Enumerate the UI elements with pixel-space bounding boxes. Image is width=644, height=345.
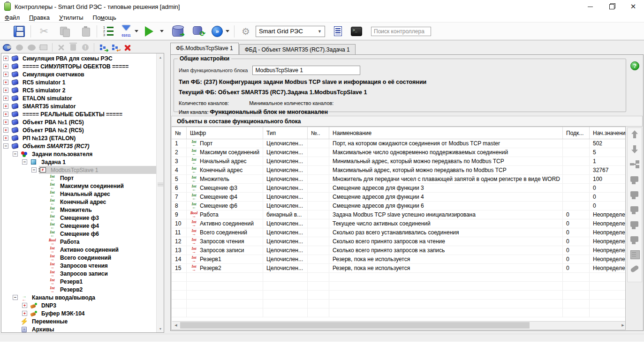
table-row[interactable]: 15Int→Резерв2Целочислен...Резерв, пока н… xyxy=(172,264,625,273)
tree-item[interactable]: −Задача 1 xyxy=(1,158,156,166)
tree-item[interactable]: Int→Резерв2 xyxy=(1,285,156,293)
tree-item[interactable]: +РП №123 (ETALON) xyxy=(1,134,156,142)
tab-0[interactable]: ФБ.ModbusTcpSlave 1 xyxy=(170,43,239,54)
tree-item-body[interactable]: RC5 simulator 1 xyxy=(11,78,156,86)
expand-icon[interactable]: + xyxy=(3,104,8,109)
tree-item-body[interactable]: Int→Всего соединений xyxy=(48,254,156,262)
tree-item[interactable]: Int←Конечный адрес xyxy=(1,198,156,206)
tree-item-body[interactable]: Int←Начальный адрес xyxy=(48,190,156,198)
chip-button[interactable] xyxy=(38,42,49,52)
expand-icon[interactable]: + xyxy=(22,311,27,316)
tree-item-body[interactable]: Симуляция РВА для схемы РЭС xyxy=(11,54,156,62)
save-button[interactable] xyxy=(12,24,26,38)
unbind-object-icon[interactable] xyxy=(630,190,639,199)
tree-item[interactable]: +Объект РВА №2 (RC5) xyxy=(1,126,156,134)
tree-item[interactable]: Int←Порт xyxy=(1,174,156,182)
collapse-icon[interactable]: − xyxy=(13,151,18,157)
tree-item-body[interactable]: Объект РВА №2 (RC5) xyxy=(11,126,156,134)
tree-item[interactable]: Int←Максимум соединений xyxy=(1,182,156,190)
connect-button[interactable] xyxy=(2,42,12,52)
expand-icon[interactable]: + xyxy=(3,80,8,85)
tree-item-body[interactable]: RC5 simulator 2 xyxy=(11,86,156,94)
tree-item[interactable]: Int←Смещение ф6 xyxy=(1,230,156,238)
report-button[interactable] xyxy=(331,24,345,38)
collapse-icon[interactable]: − xyxy=(22,159,27,165)
tree-item[interactable]: Int←Начальный адрес xyxy=(1,190,156,198)
tree-item-body[interactable]: DNP3 xyxy=(30,301,156,309)
panel-splitter[interactable] xyxy=(165,40,169,334)
expand-icon[interactable]: + xyxy=(3,112,8,117)
tab-1[interactable]: ФБД - Объект SMART35 (RC7).Задача 1 xyxy=(239,44,356,54)
object-box-b-icon[interactable] xyxy=(630,220,639,229)
expand-icon[interactable]: + xyxy=(3,64,8,69)
table-row[interactable]: 5Int←МножительЦелочислен...Множитель для… xyxy=(172,175,625,184)
branch-connect-icon[interactable] xyxy=(630,160,639,169)
column-header-7[interactable]: Нач.значени xyxy=(590,127,625,139)
tree-item[interactable]: Int→Активно соединений xyxy=(1,246,156,254)
table-row[interactable]: 1Int←ПортЦелочислен...Порт, на котором о… xyxy=(172,139,625,148)
expand-icon[interactable]: + xyxy=(3,72,8,77)
tree-item[interactable]: −FModbusTcpSlave 1 xyxy=(1,166,156,174)
move-up-icon[interactable] xyxy=(630,130,639,139)
fb-name-input[interactable] xyxy=(252,66,360,75)
table-row[interactable]: 11Int→Всего соединенийЦелочислен...Сколь… xyxy=(172,228,625,237)
tree-item[interactable]: −Объект SMART35 (RC7) xyxy=(1,142,156,150)
tree-item-body[interactable]: Объект РВА №1 (RC5) xyxy=(11,118,156,126)
tree-item-body[interactable]: Симуляция счетчиков xyxy=(11,70,156,78)
delete-link-button[interactable] xyxy=(56,42,66,52)
tree-item-body[interactable]: Задача 1 xyxy=(30,158,156,166)
tree-item-body[interactable]: →←Каналы ввода/вывода xyxy=(20,293,156,301)
search-input[interactable] xyxy=(371,27,431,36)
tree-item[interactable]: +ETALON simulator xyxy=(1,94,156,102)
collapse-icon[interactable]: − xyxy=(13,295,18,300)
tree-item[interactable]: ⚡Переменные xyxy=(1,317,156,325)
expand-icon[interactable]: + xyxy=(3,56,8,61)
tree-item[interactable]: +Объект РВА №1 (RC5) xyxy=(1,118,156,126)
tree-item-body[interactable]: SMART35 simulator xyxy=(11,102,156,110)
column-header-6[interactable]: Подк... xyxy=(563,127,590,139)
object-b-button[interactable] xyxy=(26,42,37,52)
menu-item-Правка[interactable]: Правка xyxy=(24,13,54,22)
minimize-button[interactable] xyxy=(579,0,601,13)
settings-button[interactable]: ⚙ xyxy=(239,24,253,38)
table-row[interactable]: 3Int←Начальный адресЦелочислен...Минимал… xyxy=(172,157,625,166)
expand-icon[interactable]: + xyxy=(3,96,8,101)
tree-item[interactable]: +===== РЕАЛЬНЫЕ ОБЪЕКТЫ ===== xyxy=(1,110,156,118)
table-row[interactable]: 9Bool→Работабинарный в...Задача Modbus T… xyxy=(172,210,625,219)
column-header-4[interactable]: №.. xyxy=(308,127,329,139)
tree-item[interactable]: +RC5 simulator 1 xyxy=(1,78,156,86)
load-binary-button[interactable]: 01011 xyxy=(119,24,133,38)
sync-db-button[interactable]: ⟳ xyxy=(191,24,205,38)
paste-button[interactable] xyxy=(78,24,92,38)
tree-item-body[interactable]: Int←Порт xyxy=(48,174,156,182)
tree-item[interactable]: Int→Резерв1 xyxy=(1,278,156,285)
tree-item-body[interactable]: ⚡Переменные xyxy=(20,317,156,325)
tree-item-body[interactable]: Int←Смещение ф4 xyxy=(48,222,156,230)
tree-item[interactable]: +Буфер МЭК-104 xyxy=(1,309,156,317)
tree-item[interactable]: +DNP3 xyxy=(1,301,156,309)
table-row[interactable]: 7Int←Смещение ф4Целочислен...Смещение ад… xyxy=(172,193,625,202)
tree-item-body[interactable]: ===== РЕАЛЬНЫЕ ОБЪЕКТЫ ===== xyxy=(11,110,156,118)
marker-icon[interactable] xyxy=(630,265,639,274)
tree-item-body[interactable]: Int←Смещение ф6 xyxy=(48,230,156,238)
object-box-a-icon[interactable] xyxy=(630,205,639,214)
tree-item-body[interactable]: Int←Максимум соединений xyxy=(48,182,156,190)
expand-icon[interactable]: + xyxy=(3,128,8,133)
tree-item-body[interactable]: Int←Конечный адрес xyxy=(48,198,156,206)
hscroll-track[interactable] xyxy=(180,322,619,329)
table-row[interactable]: 8Int←Смещение ф6Целочислен...Смещение ад… xyxy=(172,202,625,210)
tree-item[interactable]: Bool→Работа xyxy=(1,238,156,246)
tree-item-body[interactable]: Int→Запросов записи xyxy=(48,270,156,278)
expand-icon[interactable]: + xyxy=(3,135,8,141)
tree-item[interactable]: Int→Всего соединений xyxy=(1,254,156,262)
warning-button[interactable]: ! xyxy=(80,42,91,52)
run-menu-caret[interactable] xyxy=(159,25,164,38)
tree-item[interactable]: −Задачи пользователя xyxy=(1,150,156,158)
tree-item-body[interactable]: Int→Активно соединений xyxy=(48,246,156,254)
numbered-list-button[interactable]: 1 2 3 xyxy=(101,24,115,38)
delete-button[interactable] xyxy=(68,42,78,52)
terminal-button[interactable]: >_ xyxy=(349,24,364,38)
run-button[interactable] xyxy=(144,24,159,38)
write-db-button[interactable]: ➜ xyxy=(171,24,185,38)
tree-item[interactable]: −→←Каналы ввода/вывода xyxy=(1,293,156,301)
